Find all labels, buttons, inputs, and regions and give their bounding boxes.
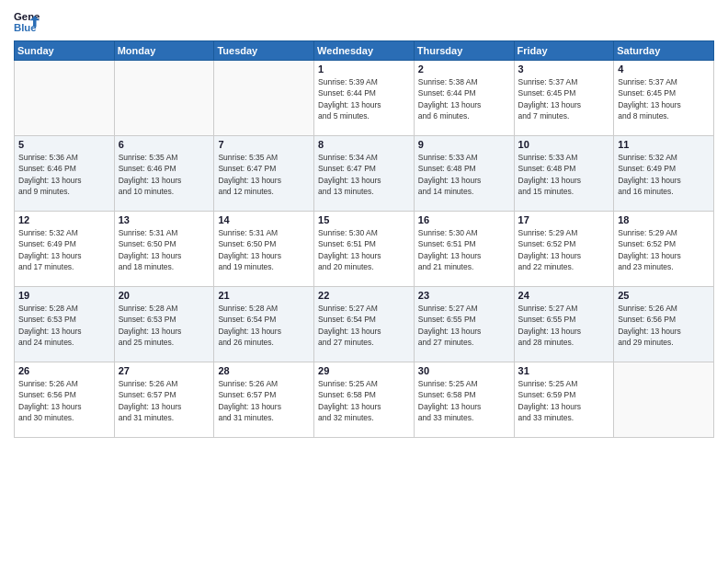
day-info: Sunrise: 5:37 AM Sunset: 6:45 PM Dayligh…: [518, 76, 610, 121]
day-info: Sunrise: 5:29 AM Sunset: 6:52 PM Dayligh…: [618, 227, 710, 272]
day-number: 1: [318, 63, 410, 75]
weekday-header-sunday: Sunday: [15, 41, 115, 61]
calendar-week-1: 1Sunrise: 5:39 AM Sunset: 6:44 PM Daylig…: [15, 61, 714, 136]
day-number: 31: [518, 365, 610, 376]
page: General Blue SundayMondayTuesdayWednesda…: [0, 0, 728, 563]
calendar-week-5: 26Sunrise: 5:26 AM Sunset: 6:56 PM Dayli…: [15, 362, 714, 438]
day-number: 24: [518, 290, 610, 301]
calendar-cell: 27Sunrise: 5:26 AM Sunset: 6:57 PM Dayli…: [114, 362, 214, 438]
calendar-cell: 30Sunrise: 5:25 AM Sunset: 6:58 PM Dayli…: [414, 362, 514, 438]
calendar-cell: [614, 362, 714, 438]
day-info: Sunrise: 5:26 AM Sunset: 6:57 PM Dayligh…: [218, 378, 310, 423]
calendar-cell: 28Sunrise: 5:26 AM Sunset: 6:57 PM Dayli…: [214, 362, 314, 438]
day-info: Sunrise: 5:28 AM Sunset: 6:53 PM Dayligh…: [119, 303, 210, 348]
calendar-cell: 6Sunrise: 5:35 AM Sunset: 6:46 PM Daylig…: [114, 136, 214, 212]
day-number: 28: [218, 365, 310, 376]
weekday-header-friday: Friday: [514, 41, 614, 61]
day-number: 6: [119, 139, 210, 150]
logo: General Blue: [14, 9, 40, 35]
day-number: 25: [618, 290, 710, 301]
day-number: 19: [18, 290, 110, 301]
day-number: 7: [218, 139, 310, 150]
calendar-cell: 17Sunrise: 5:29 AM Sunset: 6:52 PM Dayli…: [514, 212, 614, 287]
calendar-cell: 5Sunrise: 5:36 AM Sunset: 6:46 PM Daylig…: [15, 136, 115, 212]
day-info: Sunrise: 5:33 AM Sunset: 6:48 PM Dayligh…: [518, 152, 610, 197]
day-info: Sunrise: 5:25 AM Sunset: 6:58 PM Dayligh…: [418, 378, 510, 423]
calendar-cell: 2Sunrise: 5:38 AM Sunset: 6:44 PM Daylig…: [414, 61, 514, 136]
calendar-cell: 31Sunrise: 5:25 AM Sunset: 6:59 PM Dayli…: [514, 362, 614, 438]
day-info: Sunrise: 5:33 AM Sunset: 6:48 PM Dayligh…: [418, 152, 510, 197]
day-info: Sunrise: 5:39 AM Sunset: 6:44 PM Dayligh…: [318, 76, 410, 121]
calendar-cell: 15Sunrise: 5:30 AM Sunset: 6:51 PM Dayli…: [314, 212, 415, 287]
day-number: 13: [119, 214, 210, 225]
calendar-cell: 14Sunrise: 5:31 AM Sunset: 6:50 PM Dayli…: [214, 212, 314, 287]
calendar-cell: 8Sunrise: 5:34 AM Sunset: 6:47 PM Daylig…: [314, 136, 415, 212]
day-info: Sunrise: 5:34 AM Sunset: 6:47 PM Dayligh…: [318, 152, 410, 197]
day-number: 29: [318, 365, 410, 376]
day-number: 15: [318, 214, 410, 225]
day-number: 23: [418, 290, 510, 301]
day-info: Sunrise: 5:27 AM Sunset: 6:55 PM Dayligh…: [518, 303, 610, 348]
calendar-cell: 7Sunrise: 5:35 AM Sunset: 6:47 PM Daylig…: [214, 136, 314, 212]
day-number: 17: [518, 214, 610, 225]
day-number: 20: [119, 290, 210, 301]
calendar-cell: 20Sunrise: 5:28 AM Sunset: 6:53 PM Dayli…: [114, 287, 214, 362]
day-number: 5: [18, 139, 110, 150]
logo-icon: General Blue: [14, 9, 40, 35]
calendar-cell: 24Sunrise: 5:27 AM Sunset: 6:55 PM Dayli…: [514, 287, 614, 362]
day-number: 30: [418, 365, 510, 376]
calendar-cell: 25Sunrise: 5:26 AM Sunset: 6:56 PM Dayli…: [614, 287, 714, 362]
day-number: 22: [318, 290, 410, 301]
day-number: 3: [518, 63, 610, 75]
calendar-cell: 29Sunrise: 5:25 AM Sunset: 6:58 PM Dayli…: [314, 362, 415, 438]
day-number: 8: [318, 139, 410, 150]
calendar-cell: [114, 61, 214, 136]
calendar-week-4: 19Sunrise: 5:28 AM Sunset: 6:53 PM Dayli…: [15, 287, 714, 362]
day-info: Sunrise: 5:31 AM Sunset: 6:50 PM Dayligh…: [218, 227, 310, 272]
weekday-header-saturday: Saturday: [614, 41, 714, 61]
day-info: Sunrise: 5:28 AM Sunset: 6:54 PM Dayligh…: [218, 303, 310, 348]
day-info: Sunrise: 5:29 AM Sunset: 6:52 PM Dayligh…: [518, 227, 610, 272]
calendar-cell: 16Sunrise: 5:30 AM Sunset: 6:51 PM Dayli…: [414, 212, 514, 287]
calendar-cell: 19Sunrise: 5:28 AM Sunset: 6:53 PM Dayli…: [15, 287, 115, 362]
day-number: 2: [418, 63, 510, 75]
calendar-cell: [15, 61, 115, 136]
weekday-header-tuesday: Tuesday: [214, 41, 314, 61]
day-info: Sunrise: 5:26 AM Sunset: 6:57 PM Dayligh…: [119, 378, 210, 423]
calendar-cell: 21Sunrise: 5:28 AM Sunset: 6:54 PM Dayli…: [214, 287, 314, 362]
calendar-cell: [214, 61, 314, 136]
calendar-cell: 22Sunrise: 5:27 AM Sunset: 6:54 PM Dayli…: [314, 287, 415, 362]
day-info: Sunrise: 5:27 AM Sunset: 6:54 PM Dayligh…: [318, 303, 410, 348]
day-info: Sunrise: 5:32 AM Sunset: 6:49 PM Dayligh…: [18, 227, 110, 272]
calendar-week-2: 5Sunrise: 5:36 AM Sunset: 6:46 PM Daylig…: [15, 136, 714, 212]
day-info: Sunrise: 5:35 AM Sunset: 6:47 PM Dayligh…: [218, 152, 310, 197]
calendar-cell: 26Sunrise: 5:26 AM Sunset: 6:56 PM Dayli…: [15, 362, 115, 438]
calendar-cell: 12Sunrise: 5:32 AM Sunset: 6:49 PM Dayli…: [15, 212, 115, 287]
day-number: 4: [618, 63, 710, 75]
calendar-cell: 4Sunrise: 5:37 AM Sunset: 6:45 PM Daylig…: [614, 61, 714, 136]
day-number: 11: [618, 139, 710, 150]
weekday-header-monday: Monday: [114, 41, 214, 61]
weekday-header-row: SundayMondayTuesdayWednesdayThursdayFrid…: [15, 41, 714, 61]
day-info: Sunrise: 5:28 AM Sunset: 6:53 PM Dayligh…: [18, 303, 110, 348]
day-number: 10: [518, 139, 610, 150]
day-number: 16: [418, 214, 510, 225]
day-info: Sunrise: 5:31 AM Sunset: 6:50 PM Dayligh…: [119, 227, 210, 272]
day-number: 9: [418, 139, 510, 150]
day-info: Sunrise: 5:25 AM Sunset: 6:59 PM Dayligh…: [518, 378, 610, 423]
day-number: 18: [618, 214, 710, 225]
calendar-cell: 10Sunrise: 5:33 AM Sunset: 6:48 PM Dayli…: [514, 136, 614, 212]
day-info: Sunrise: 5:26 AM Sunset: 6:56 PM Dayligh…: [18, 378, 110, 423]
calendar-week-3: 12Sunrise: 5:32 AM Sunset: 6:49 PM Dayli…: [15, 212, 714, 287]
day-number: 14: [218, 214, 310, 225]
svg-text:Blue: Blue: [14, 22, 37, 33]
day-info: Sunrise: 5:26 AM Sunset: 6:56 PM Dayligh…: [618, 303, 710, 348]
day-info: Sunrise: 5:32 AM Sunset: 6:49 PM Dayligh…: [618, 152, 710, 197]
calendar-cell: 23Sunrise: 5:27 AM Sunset: 6:55 PM Dayli…: [414, 287, 514, 362]
day-info: Sunrise: 5:35 AM Sunset: 6:46 PM Dayligh…: [119, 152, 210, 197]
day-info: Sunrise: 5:37 AM Sunset: 6:45 PM Dayligh…: [618, 76, 710, 121]
day-number: 12: [18, 214, 110, 225]
weekday-header-wednesday: Wednesday: [314, 41, 415, 61]
calendar-cell: 18Sunrise: 5:29 AM Sunset: 6:52 PM Dayli…: [614, 212, 714, 287]
day-info: Sunrise: 5:36 AM Sunset: 6:46 PM Dayligh…: [18, 152, 110, 197]
